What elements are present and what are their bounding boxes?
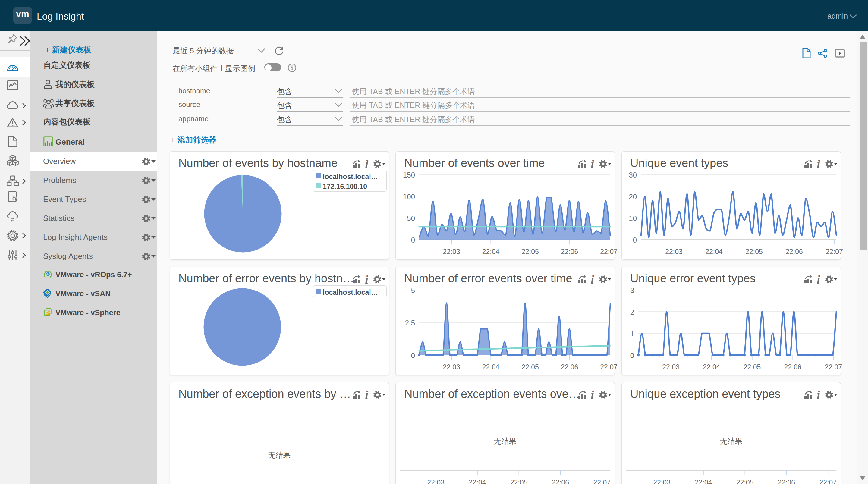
svg-text:150: 150 — [403, 171, 415, 179]
svg-text:22:04: 22:04 — [469, 479, 486, 484]
svg-text:22:07: 22:07 — [593, 479, 611, 484]
svg-text:22:06: 22:06 — [552, 479, 569, 484]
svg-text:22:03: 22:03 — [443, 363, 460, 371]
svg-text:22:05: 22:05 — [510, 479, 528, 484]
svg-text:22:04: 22:04 — [703, 363, 720, 371]
svg-text:3: 3 — [630, 286, 634, 295]
svg-text:22:06: 22:06 — [784, 363, 802, 371]
svg-text:0: 0 — [633, 236, 637, 244]
svg-text:22:03: 22:03 — [427, 479, 444, 484]
svg-text:100: 100 — [403, 192, 415, 201]
svg-text:22:07: 22:07 — [600, 248, 618, 255]
svg-text:22:03: 22:03 — [443, 248, 460, 255]
svg-text:30: 30 — [629, 171, 637, 179]
svg-text:2: 2 — [630, 308, 634, 316]
svg-text:5: 5 — [411, 286, 415, 295]
svg-text:22:06: 22:06 — [561, 248, 578, 255]
svg-text:22:07: 22:07 — [825, 363, 842, 371]
svg-text:22:05: 22:05 — [736, 479, 754, 484]
svg-text:22:04: 22:04 — [482, 248, 500, 255]
svg-text:22:06: 22:06 — [778, 479, 795, 484]
svg-text:22:05: 22:05 — [521, 248, 539, 255]
svg-text:22:03: 22:03 — [662, 363, 680, 371]
svg-text:22:06: 22:06 — [561, 363, 578, 371]
svg-text:22:07: 22:07 — [600, 363, 618, 371]
svg-text:10: 10 — [629, 214, 637, 222]
svg-text:22:06: 22:06 — [785, 248, 803, 255]
svg-text:1: 1 — [630, 330, 634, 338]
svg-text:22:04: 22:04 — [482, 363, 500, 371]
svg-text:22:05: 22:05 — [745, 248, 763, 255]
svg-text:2.5: 2.5 — [405, 319, 415, 327]
svg-text:22:05: 22:05 — [744, 363, 761, 371]
svg-text:0: 0 — [411, 236, 415, 244]
svg-text:20: 20 — [629, 192, 637, 201]
svg-text:22:04: 22:04 — [705, 248, 723, 255]
svg-text:22:05: 22:05 — [521, 363, 539, 371]
svg-text:22:03: 22:03 — [653, 479, 671, 484]
svg-text:22:04: 22:04 — [695, 479, 712, 484]
svg-text:22:07: 22:07 — [819, 479, 837, 484]
svg-text:0: 0 — [630, 352, 634, 360]
svg-text:22:03: 22:03 — [665, 248, 683, 255]
svg-text:50: 50 — [407, 214, 415, 222]
svg-text:0: 0 — [411, 352, 415, 360]
svg-text:22:07: 22:07 — [826, 248, 843, 255]
